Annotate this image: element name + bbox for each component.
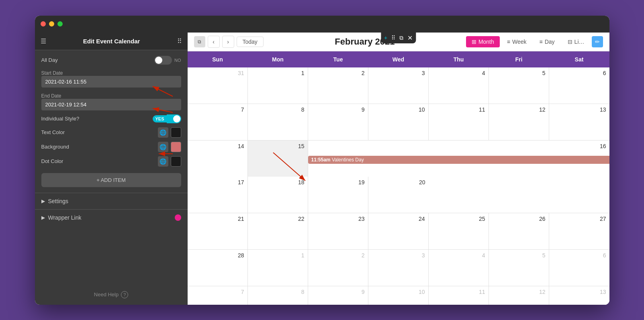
background-label: Background xyxy=(41,144,69,150)
dot-color-globe-icon[interactable]: 🌐 xyxy=(158,156,168,167)
help-icon[interactable]: ? xyxy=(121,291,128,298)
day-21[interactable]: 21 xyxy=(188,213,248,249)
day-22[interactable]: 22 xyxy=(248,213,308,249)
day-24[interactable]: 24 xyxy=(368,213,429,249)
grid-icon[interactable]: ⠿ xyxy=(177,37,182,45)
day-number: 9 xyxy=(311,289,365,295)
next-button[interactable]: › xyxy=(222,36,234,48)
week-row-5: 28 1 2 3 4 xyxy=(188,250,609,286)
start-date-input[interactable] xyxy=(41,76,181,88)
month-label: Month xyxy=(478,39,494,45)
day-2[interactable]: 2 xyxy=(308,67,368,104)
day-19[interactable]: 19 xyxy=(308,177,368,213)
ft-add-icon[interactable]: + xyxy=(384,35,387,41)
day-12[interactable]: 12 xyxy=(489,104,549,140)
day-9[interactable]: 9 xyxy=(308,104,368,140)
close-button[interactable] xyxy=(41,21,46,26)
month-view-button[interactable]: ⊞ Month xyxy=(466,36,500,47)
edit-pencil-button[interactable]: ✏ xyxy=(592,36,603,47)
collapse-sidebar-button[interactable]: ⧉ xyxy=(194,36,205,47)
day-4[interactable]: 4 xyxy=(429,67,489,104)
all-day-toggle[interactable] xyxy=(154,56,172,65)
day-25[interactable]: 25 xyxy=(429,213,489,249)
add-item-button[interactable]: + ADD ITEM xyxy=(41,173,181,187)
day-7[interactable]: 7 xyxy=(188,104,248,140)
day-next-12[interactable]: 12 xyxy=(489,286,549,305)
prev-button[interactable]: ‹ xyxy=(208,36,220,48)
day-number: 14 xyxy=(191,143,244,149)
sidebar-header: ☰ Edit Event Calendar ⠿ xyxy=(35,33,188,50)
day-view-button[interactable]: ≡ Day xyxy=(534,36,560,47)
day-number: 13 xyxy=(552,106,606,113)
day-14[interactable]: 14 xyxy=(188,141,248,177)
ft-copy-icon[interactable]: ⧉ xyxy=(399,35,403,41)
day-31[interactable]: 31 xyxy=(188,67,248,104)
dot-color-swatch[interactable] xyxy=(171,156,181,167)
event-block[interactable]: 11:55am Valentines Day xyxy=(308,156,609,164)
day-number: 12 xyxy=(492,289,546,295)
day-number: 10 xyxy=(372,106,425,113)
day-number: 18 xyxy=(251,179,305,185)
wrapper-link-section[interactable]: ▶ Wrapper Link xyxy=(35,209,188,226)
day-28[interactable]: 28 xyxy=(188,250,248,286)
text-color-swatch[interactable] xyxy=(171,127,181,138)
day-next-1[interactable]: 1 xyxy=(248,250,308,286)
day-23[interactable]: 23 xyxy=(308,213,368,249)
app-window: ☰ Edit Event Calendar ⠿ All Day NO xyxy=(35,16,609,305)
day-next-4[interactable]: 4 xyxy=(429,250,489,286)
day-1[interactable]: 1 xyxy=(248,67,308,104)
end-date-input[interactable] xyxy=(41,99,181,110)
day-next-2[interactable]: 2 xyxy=(308,250,368,286)
need-help-label: Need Help xyxy=(94,291,119,298)
day-18[interactable]: 18 xyxy=(248,177,308,213)
calendar-area: + ⠿ ⧉ ✕ ⧉ ‹ › Today February 2021 ⊞ Mont… xyxy=(188,33,609,305)
day-3[interactable]: 3 xyxy=(368,67,429,104)
hamburger-icon[interactable]: ☰ xyxy=(41,37,46,45)
title-bar xyxy=(35,16,609,33)
day-5[interactable]: 5 xyxy=(489,67,549,104)
day-next-7[interactable]: 7 xyxy=(188,286,248,305)
day-13[interactable]: 13 xyxy=(549,104,609,140)
day-next-6[interactable]: 6 xyxy=(549,250,609,286)
week-view-button[interactable]: ≡ Week xyxy=(501,36,532,47)
background-globe-icon[interactable]: 🌐 xyxy=(158,142,168,152)
day-10[interactable]: 10 xyxy=(368,104,429,140)
day-next-10[interactable]: 10 xyxy=(368,286,429,305)
settings-section[interactable]: ▶ Settings xyxy=(35,193,188,209)
day-next-8[interactable]: 8 xyxy=(248,286,308,305)
day-next-5[interactable]: 5 xyxy=(489,250,549,286)
week-row-3: 14 15 16 11:55am Valentines Day xyxy=(188,141,609,213)
list-view-button[interactable]: ⊟ Li… xyxy=(562,36,590,47)
day-8[interactable]: 8 xyxy=(248,104,308,140)
background-swatch[interactable] xyxy=(171,142,181,152)
floating-toolbar: + ⠿ ⧉ ✕ xyxy=(381,33,416,43)
day-number: 19 xyxy=(311,179,365,185)
day-next-3[interactable]: 3 xyxy=(368,250,429,286)
week-row-1: 31 1 2 3 4 xyxy=(188,67,609,104)
day-next-9[interactable]: 9 xyxy=(308,286,368,305)
ft-close-icon[interactable]: ✕ xyxy=(407,34,413,42)
day-11[interactable]: 11 xyxy=(429,104,489,140)
day-number: 10 xyxy=(372,289,425,295)
fullscreen-button[interactable] xyxy=(57,21,63,26)
day-17[interactable]: 17 xyxy=(188,177,248,213)
day-27[interactable]: 27 xyxy=(549,213,609,249)
minimize-button[interactable] xyxy=(49,21,54,26)
day-number: 31 xyxy=(191,70,244,76)
settings-arrow-icon: ▶ xyxy=(41,198,45,204)
day-15[interactable]: 15 xyxy=(248,141,308,177)
ft-grid-icon[interactable]: ⠿ xyxy=(391,35,395,41)
today-button[interactable]: Today xyxy=(237,37,264,47)
day-26[interactable]: 26 xyxy=(489,213,549,249)
week-label: Week xyxy=(512,39,527,45)
day-20[interactable]: 20 xyxy=(368,177,429,213)
day-next-11[interactable]: 11 xyxy=(429,286,489,305)
need-help-section: Need Help ? xyxy=(35,285,188,305)
day-list-icon: ≡ xyxy=(540,39,543,45)
day-6[interactable]: 6 xyxy=(549,67,609,104)
individual-style-toggle[interactable]: YES xyxy=(153,114,181,123)
day-16-event[interactable]: 16 11:55am Valentines Day xyxy=(308,141,609,177)
wrapper-link-left: ▶ Wrapper Link xyxy=(41,214,82,221)
day-next-13[interactable]: 13 xyxy=(549,286,609,305)
text-color-globe-icon[interactable]: 🌐 xyxy=(158,127,168,138)
